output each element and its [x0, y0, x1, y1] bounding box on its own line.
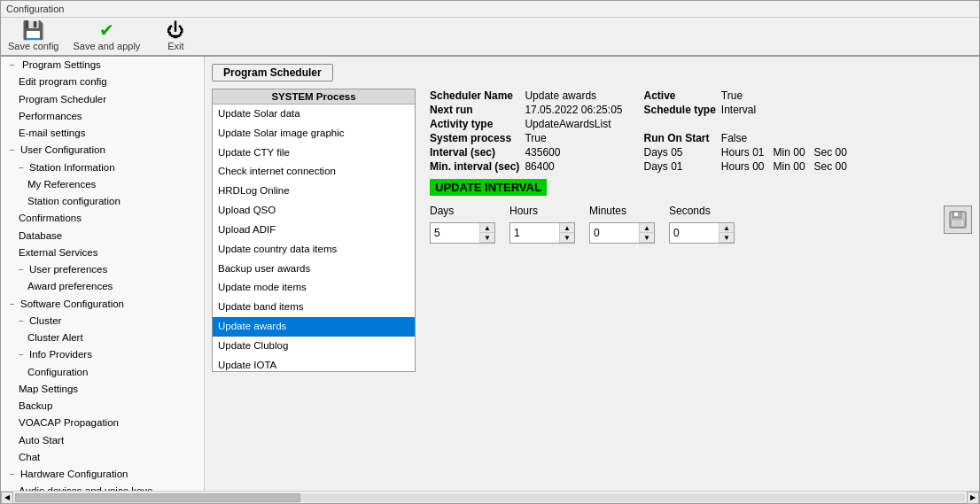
sidebar-item-auto-start[interactable]: Auto Start: [1, 432, 204, 449]
save-config-button[interactable]: 💾 Save config: [8, 21, 58, 51]
process-item[interactable]: Update CTY file: [213, 143, 415, 163]
sidebar-item-database[interactable]: Database: [1, 228, 204, 244]
process-item[interactable]: Update band items: [213, 298, 415, 317]
sidebar-item-label: VOACAP Propagation: [19, 415, 119, 430]
sidebar-item-external-services[interactable]: External Services: [1, 244, 204, 261]
floppy-icon: [948, 210, 968, 229]
scroll-left-button[interactable]: ◀: [1, 492, 13, 504]
exit-icon: ⏻: [167, 21, 184, 39]
scroll-right-button[interactable]: ▶: [967, 492, 979, 504]
sidebar-item-cluster[interactable]: − Cluster: [1, 313, 204, 330]
next-run-value: 17.05.2022 06:25:05: [525, 103, 643, 117]
sidebar-item-user-preferences[interactable]: − User preferences: [1, 261, 204, 278]
sidebar-item-label: Edit program config: [19, 74, 107, 89]
days-down-button[interactable]: ▼: [480, 233, 494, 243]
interval-fields: Days ▲ ▼: [430, 205, 933, 244]
sidebar-item-configuration[interactable]: Configuration: [1, 364, 204, 381]
process-list-header: SYSTEM Process: [213, 89, 415, 105]
sidebar-item-info-providers[interactable]: − Info Providers: [1, 346, 204, 363]
toolbar: 💾 Save config ✔ Save and apply ⏻ Exit: [1, 18, 979, 57]
seconds-spinner[interactable]: ▲ ▼: [669, 222, 735, 244]
save-apply-button[interactable]: ✔ Save and apply: [73, 21, 140, 51]
interval-days-col: Days ▲ ▼: [430, 205, 495, 244]
sidebar-item-label: E-mail settings: [19, 126, 85, 141]
process-item[interactable]: Update Solar image graphic: [213, 124, 415, 143]
days-up-button[interactable]: ▲: [480, 223, 494, 233]
sidebar-item-confirmations[interactable]: Confirmations: [1, 210, 204, 227]
system-process-value: True: [525, 131, 643, 145]
process-item[interactable]: Update Solar data: [213, 105, 415, 124]
sidebar-item-map-settings[interactable]: Map Settings: [1, 381, 204, 398]
process-item[interactable]: Backup user awards: [213, 260, 415, 279]
sidebar-item-email-settings[interactable]: E-mail settings: [1, 125, 204, 142]
scrollbar-thumb[interactable]: [15, 493, 300, 502]
save-floppy-button[interactable]: [944, 205, 972, 234]
hours-spinner[interactable]: ▲ ▼: [509, 222, 575, 244]
save-floppy-wrapper: [944, 179, 972, 234]
seconds-input[interactable]: [670, 225, 719, 241]
interval-minutes-col: Minutes ▲ ▼: [589, 205, 655, 244]
interval-time-detail: Hours 01 Min 00 Sec 00: [721, 145, 847, 159]
sidebar-item-edit-program-config[interactable]: Edit program config: [1, 74, 204, 90]
sidebar-item-audio-devices[interactable]: Audio devices and voice keye: [1, 483, 204, 491]
sidebar-item-award-preferences[interactable]: Award preferences: [1, 278, 204, 295]
sidebar-item-backup[interactable]: Backup: [1, 398, 204, 415]
sidebar-item-user-configuration[interactable]: − User Configuration: [1, 142, 204, 159]
process-item[interactable]: Upload ADIF: [213, 221, 415, 240]
minutes-down-button[interactable]: ▼: [640, 233, 654, 243]
horizontal-scrollbar[interactable]: [15, 493, 965, 502]
seconds-up-button[interactable]: ▲: [719, 223, 734, 233]
minutes-spinner[interactable]: ▲ ▼: [589, 222, 655, 244]
sidebar-item-performances[interactable]: Performances: [1, 108, 204, 125]
process-item[interactable]: Update country data items: [213, 240, 415, 260]
activity-type-label: Activity type: [430, 117, 525, 131]
hours-input[interactable]: [510, 225, 559, 241]
process-list: SYSTEM Process Update Solar data Update …: [212, 89, 416, 372]
process-item[interactable]: Check internet connection: [213, 162, 415, 182]
minutes-input[interactable]: [590, 225, 639, 241]
sidebar-item-cluster-alert[interactable]: Cluster Alert: [1, 330, 204, 346]
schedule-type-value: Interval: [721, 103, 847, 117]
sidebar-item-voacap[interactable]: VOACAP Propagation: [1, 415, 204, 431]
sidebar-item-label: Performances: [19, 109, 82, 124]
sidebar-item-station-configuration[interactable]: Station configuration: [1, 193, 204, 210]
interval-days-label: Days 05: [643, 145, 720, 159]
sidebar-item-station-information[interactable]: − Station Information: [1, 159, 204, 176]
sidebar-item-label: Auto Start: [19, 433, 64, 448]
sidebar-item-label: Chat: [19, 450, 40, 465]
sidebar-item-label: Program Settings: [22, 58, 101, 73]
process-item-selected[interactable]: Update awards: [213, 317, 415, 337]
svg-rect-2: [954, 213, 958, 216]
exit-button[interactable]: ⏻ Exit: [154, 21, 197, 51]
hours-down-button[interactable]: ▼: [560, 233, 574, 243]
hours-up-button[interactable]: ▲: [560, 223, 574, 233]
sidebar-item-label: Software Configuration: [20, 297, 124, 312]
sidebar-item-label: Configuration: [27, 365, 88, 380]
process-item[interactable]: HRDLog Online: [213, 182, 415, 201]
toggle-user-prefs: −: [19, 263, 29, 276]
toggle-program-settings: −: [10, 58, 20, 72]
process-item[interactable]: Upload QSO: [213, 201, 415, 221]
process-item[interactable]: Update IOTA: [213, 356, 415, 372]
min-days-label: Days 01: [643, 159, 720, 174]
days-input[interactable]: [431, 225, 479, 241]
seconds-spinner-buttons: ▲ ▼: [719, 223, 734, 243]
sidebar-item-label: Station configuration: [27, 194, 121, 209]
title-bar: Configuration: [1, 1, 979, 18]
active-value: True: [721, 89, 847, 103]
seconds-down-button[interactable]: ▼: [719, 233, 734, 243]
minutes-up-button[interactable]: ▲: [640, 223, 654, 233]
sidebar-item-software-configuration[interactable]: − Software Configuration: [1, 296, 204, 313]
toggle-software-config: −: [10, 298, 20, 311]
sidebar-item-my-references[interactable]: My References: [1, 176, 204, 193]
interval-value: 435600: [525, 145, 643, 159]
process-item[interactable]: Update Clublog: [213, 337, 415, 356]
min-interval-value: 86400: [525, 159, 643, 174]
days-spinner[interactable]: ▲ ▼: [430, 222, 495, 244]
process-item[interactable]: Update mode items: [213, 278, 415, 298]
sidebar-item-program-settings[interactable]: − Program Settings: [1, 57, 204, 74]
sidebar-item-program-scheduler[interactable]: Program Scheduler: [1, 91, 204, 108]
sidebar-item-chat[interactable]: Chat: [1, 449, 204, 466]
sidebar-item-hardware-configuration[interactable]: − Hardware Configuration: [1, 466, 204, 483]
sidebar-item-label: User Configuration: [20, 143, 105, 158]
